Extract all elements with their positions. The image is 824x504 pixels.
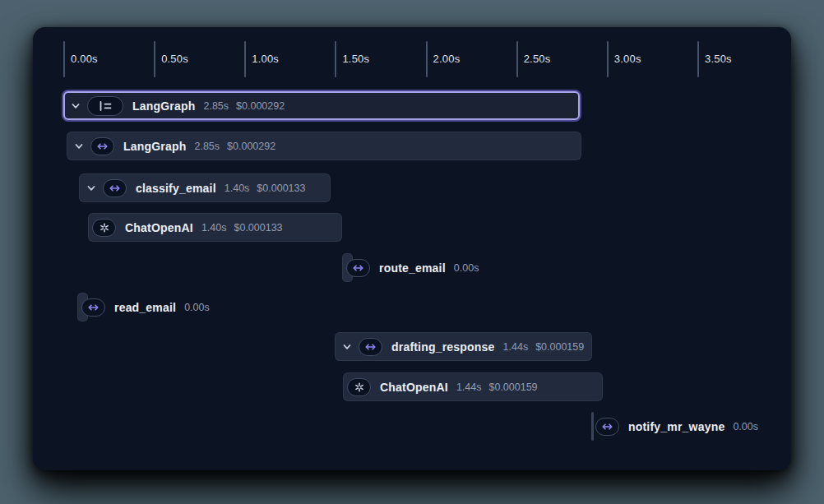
span-duration: 0.00s	[733, 421, 758, 432]
ruler-tick-label: 3.50s	[705, 53, 732, 65]
ruler-tick	[335, 41, 336, 77]
double-arrow-icon	[595, 418, 619, 436]
span-duration: 0.00s	[184, 302, 210, 313]
ruler-tick	[154, 41, 155, 77]
span-bar-classify_email[interactable]	[79, 173, 331, 202]
ruler-tick	[63, 41, 65, 77]
ruler-tick-label: 3.00s	[614, 53, 641, 65]
ruler-tick-label: 0.00s	[71, 53, 98, 65]
ruler-tick	[516, 41, 518, 77]
span-bar-LangGraph[interactable]	[63, 91, 580, 120]
span-bar-drafting_response[interactable]	[335, 332, 592, 361]
chevron-down-icon[interactable]	[73, 141, 85, 152]
span-bar-route_email[interactable]	[342, 253, 353, 282]
span-bar-ChatOpenAI[interactable]	[343, 372, 603, 401]
ruler-tick-label: 1.50s	[342, 53, 369, 65]
span-bar-ChatOpenAI[interactable]	[88, 213, 342, 242]
span-label: route_email	[379, 261, 446, 275]
chevron-down-icon[interactable]	[86, 183, 97, 194]
span-duration: 0.00s	[454, 262, 479, 274]
ruler-tick	[426, 41, 428, 77]
span-row-read_email: read_email0.00s	[81, 293, 210, 321]
span-row-notify_mr_wayne: notify_mr_wayne0.00s	[595, 412, 758, 441]
ruler-tick-label: 0.50s	[161, 53, 188, 65]
span-bar-notify_mr_wayne[interactable]	[591, 412, 594, 441]
span-label: read_email	[114, 301, 176, 314]
span-label: notify_mr_wayne	[628, 420, 724, 433]
chevron-down-icon[interactable]	[341, 341, 353, 353]
chevron-down-icon[interactable]	[70, 100, 81, 112]
span-bar-LangGraph[interactable]	[67, 132, 581, 160]
ruler-tick	[697, 41, 699, 77]
ruler-tick	[244, 41, 246, 77]
ruler-tick	[607, 41, 609, 77]
ruler-tick-label: 2.00s	[433, 53, 461, 65]
span-bar-read_email[interactable]	[77, 293, 88, 321]
ruler-tick-label: 2.50s	[524, 53, 551, 65]
ruler-tick-label: 1.00s	[252, 53, 279, 65]
span-row-route_email: route_email0.00s	[346, 253, 479, 282]
trace-panel: 0.00s0.50s1.00s1.50s2.00s2.50s3.00s3.50s…	[33, 27, 791, 470]
